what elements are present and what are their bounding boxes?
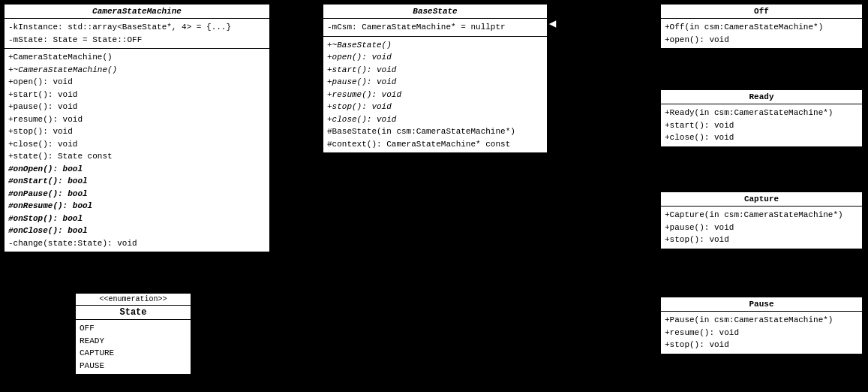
method-onstart: #onStart(): bool: [8, 175, 266, 188]
off-box: Off +Off(in csm:CameraStateMachine*) +op…: [660, 4, 863, 49]
method-onclose: #onClose(): bool: [8, 225, 266, 237]
camera-state-machine-box: CameraStateMachine -kInstance: std::arra…: [4, 4, 270, 252]
off-open: +open(): void: [665, 34, 858, 47]
method-constructor: +CameraStateMachine(): [8, 51, 266, 64]
capture-box: Capture +Capture(in csm:CameraStateMachi…: [660, 191, 863, 249]
bs-stop: +stop(): void: [327, 101, 543, 113]
bs-open: +open(): void: [327, 51, 543, 64]
pause-box: Pause +Pause(in csm:CameraStateMachine*)…: [660, 297, 863, 354]
ready-close: +close(): void: [665, 131, 858, 144]
ready-methods: +Ready(in csm:CameraStateMachine*) +star…: [661, 104, 862, 146]
bs-context: #context(): CameraStateMachine* const: [327, 138, 543, 151]
attr-1: -kInstance: std::array<BaseState*, 4> = …: [8, 21, 266, 34]
pause-constructor: +Pause(in csm:CameraStateMachine*): [665, 314, 858, 327]
pause-stop: +stop(): void: [665, 339, 858, 351]
method-stop: +stop(): void: [8, 125, 266, 138]
bs-attr-1: -mCsm: CameraStateMachine* = nullptr: [327, 21, 543, 34]
off-title: Off: [661, 5, 862, 19]
method-onpause: #onPause(): bool: [8, 188, 266, 201]
bs-pause: +pause(): void: [327, 76, 543, 89]
camera-state-machine-methods: +CameraStateMachine() +~CameraStateMachi…: [5, 49, 269, 252]
ready-box: Ready +Ready(in csm:CameraStateMachine*)…: [660, 89, 863, 147]
bs-destructor: +~BaseState(): [327, 39, 543, 52]
enum-ready: READY: [80, 335, 187, 348]
capture-title: Capture: [661, 192, 862, 207]
capture-constructor: +Capture(in csm:CameraStateMachine*): [665, 209, 858, 222]
ready-title: Ready: [661, 90, 862, 104]
method-state: +state(): State const: [8, 150, 266, 163]
base-state-box: BaseState -mCsm: CameraStateMachine* = n…: [323, 4, 548, 153]
capture-pause: +pause(): void: [665, 222, 858, 234]
bs-close: +close(): void: [327, 113, 543, 126]
uml-diagram: CameraStateMachine -kInstance: std::arra…: [0, 0, 868, 392]
enum-off: OFF: [80, 322, 187, 335]
enum-title: State: [76, 306, 191, 320]
method-onresume: #onResume(): bool: [8, 200, 266, 213]
method-open: +open(): void: [8, 76, 266, 89]
bs-constructor: #BaseState(in csm:CameraStateMachine*): [327, 125, 543, 138]
method-resume: +resume(): void: [8, 113, 266, 126]
base-state-attributes: -mCsm: CameraStateMachine* = nullptr: [323, 19, 547, 37]
enum-capture: CAPTURE: [80, 347, 187, 360]
method-close: +close(): void: [8, 138, 266, 151]
method-destructor: +~CameraStateMachine(): [8, 64, 266, 77]
base-state-methods: +~BaseState() +open(): void +start(): vo…: [323, 37, 547, 153]
capture-methods: +Capture(in csm:CameraStateMachine*) +pa…: [661, 207, 862, 249]
method-onstop: #onStop(): bool: [8, 213, 266, 225]
ready-start: +start(): void: [665, 119, 858, 132]
attr-2: -mState: State = State::OFF: [8, 34, 266, 47]
capture-stop: +stop(): void: [665, 234, 858, 246]
enum-stereotype: <<enumeration>>: [76, 294, 191, 306]
svg-marker-1: [270, 20, 285, 28]
svg-marker-3: [548, 20, 557, 29]
method-pause: +pause(): void: [8, 101, 266, 113]
method-onopen: #onOpen(): bool: [8, 163, 266, 176]
off-methods: +Off(in csm:CameraStateMachine*) +open()…: [661, 19, 862, 48]
pause-resume: +resume(): void: [665, 327, 858, 339]
camera-state-machine-attributes: -kInstance: std::array<BaseState*, 4> = …: [5, 19, 269, 49]
bs-start: +start(): void: [327, 64, 543, 77]
svg-marker-10: [130, 261, 137, 276]
enum-values: OFF READY CAPTURE PAUSE: [76, 320, 191, 374]
enum-pause: PAUSE: [80, 360, 187, 372]
base-state-title: BaseState: [323, 5, 547, 19]
state-enum-box: <<enumeration>> State OFF READY CAPTURE …: [75, 293, 191, 375]
off-constructor: +Off(in csm:CameraStateMachine*): [665, 21, 858, 34]
pause-title: Pause: [661, 297, 862, 312]
method-start: +start(): void: [8, 89, 266, 101]
method-change: -change(state:State): void: [8, 237, 266, 250]
bs-resume: +resume(): void: [327, 89, 543, 101]
ready-constructor: +Ready(in csm:CameraStateMachine*): [665, 107, 858, 119]
pause-methods: +Pause(in csm:CameraStateMachine*) +resu…: [661, 312, 862, 354]
camera-state-machine-title: CameraStateMachine: [5, 5, 269, 19]
